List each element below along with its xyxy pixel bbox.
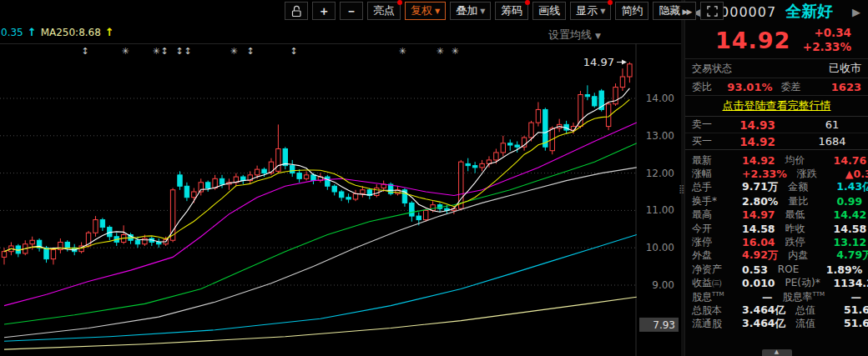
stat-label: 总值 bbox=[795, 303, 844, 318]
stat-label: 涨停 bbox=[692, 235, 742, 249]
stat-label: 涨幅 bbox=[692, 167, 742, 181]
stat-label: 昨收 bbox=[785, 222, 834, 236]
trade-status-value: 已收市 bbox=[829, 61, 861, 76]
stat-row: 涨停16.04跌停13.12 bbox=[692, 235, 861, 248]
zoom-in-button[interactable]: ＋ bbox=[312, 2, 336, 20]
stat-value: +2.33% bbox=[742, 168, 787, 180]
high-annotation: 14.97 bbox=[583, 56, 627, 68]
axis-tick-label: 11.00 bbox=[646, 204, 674, 216]
stat-value: 1134.2 bbox=[834, 277, 868, 289]
triangle-up-icon: ▲ bbox=[775, 348, 779, 355]
event-marker-icon: ↕ bbox=[184, 46, 191, 57]
stat-value: 14.97 bbox=[742, 208, 775, 221]
stat-row: 净资产0.53ROE1.89% bbox=[692, 263, 861, 276]
highlight-button[interactable]: 亮点 bbox=[367, 2, 401, 20]
stat-label: 内盘 bbox=[788, 248, 836, 263]
simple-mode-button[interactable]: 简约 bbox=[615, 2, 648, 20]
plus-icon: ＋ bbox=[318, 3, 330, 19]
MA20-line bbox=[4, 123, 637, 306]
next-stock-button[interactable]: ▶ bbox=[850, 6, 863, 18]
stat-value: 51.69亿 bbox=[844, 303, 868, 318]
event-marker-icon: ✳ bbox=[398, 46, 406, 57]
stat-value: 3.464亿 bbox=[742, 317, 785, 331]
stat-row: 总手9.71万金额1.43亿 bbox=[692, 181, 861, 194]
stat-label: 收益㈢ bbox=[692, 276, 742, 290]
stat-value: 14.58 bbox=[742, 223, 775, 235]
collapse-drawer-button[interactable]: ▲ bbox=[762, 349, 792, 356]
stat-value: 1.43亿 bbox=[836, 180, 868, 194]
chips-button[interactable]: 筹码 bbox=[495, 2, 528, 20]
stat-label: 最低 bbox=[785, 208, 834, 222]
event-marker-icon: ✳ bbox=[121, 46, 129, 57]
chevron-down-icon: ▼ bbox=[435, 8, 440, 15]
lock-button[interactable] bbox=[285, 2, 308, 20]
axis-tick-label: 13.00 bbox=[646, 130, 674, 142]
weicha-label: 委差 bbox=[781, 80, 801, 94]
stat-value: ▲0.34 bbox=[845, 168, 868, 180]
zoom-out-button[interactable]: － bbox=[340, 2, 363, 20]
stat-label: 总股本 bbox=[692, 303, 742, 318]
ask-row: 卖一 14.93 61 bbox=[685, 117, 868, 133]
weibi-row: 委比 93.01% 委差 1623 bbox=[685, 78, 868, 95]
price-change-pct: +2.33% bbox=[803, 40, 851, 53]
ma-value-labels: 0.35 ↑ MA250:8.68 ↑ bbox=[1, 26, 114, 38]
draw-line-button[interactable]: 画线 bbox=[532, 2, 566, 20]
red-dot-badge bbox=[608, 0, 613, 5]
open-padlock-icon bbox=[291, 5, 302, 18]
fullscreen-button[interactable] bbox=[700, 2, 724, 20]
ask-volume: 61 bbox=[803, 118, 861, 131]
stat-value: 4.79万 bbox=[836, 248, 868, 263]
candlestick-chart[interactable]: 14.0013.0012.0011.0010.009.007.93↕✳✳↕↕↕✳… bbox=[0, 43, 681, 356]
display-button[interactable]: 显示▼ bbox=[570, 2, 611, 20]
stat-label: 净资产 bbox=[692, 263, 742, 277]
ma-settings-button[interactable]: 设置均线▼ bbox=[548, 28, 601, 43]
last-price: 14.92 bbox=[715, 28, 790, 53]
overlay-button[interactable]: 叠加▼ bbox=[450, 2, 491, 20]
chevron-down-icon: ▼ bbox=[480, 8, 485, 15]
price-change: +0.34 bbox=[814, 26, 851, 39]
double-arrow-right-icon: ▶▶ bbox=[682, 8, 690, 16]
stat-row: 今开14.58昨收14.58 bbox=[692, 222, 861, 235]
stat-value: 14.76 bbox=[834, 154, 867, 167]
event-marker-icon: ↕ bbox=[175, 46, 183, 57]
trade-status-label: 交易状态 bbox=[692, 62, 732, 76]
MA60-line bbox=[4, 168, 637, 338]
login-link[interactable]: 点击登陆查看完整行情 bbox=[723, 98, 831, 113]
order-book: 卖一 14.93 61 买一 14.92 1684 bbox=[685, 116, 868, 150]
stat-value: 4.92万 bbox=[742, 248, 778, 263]
stat-label: 总手 bbox=[692, 180, 742, 194]
stat-row: 换手*2.80%量比0.99 bbox=[692, 194, 861, 208]
adjust-button[interactable]: 复权▼ bbox=[405, 2, 446, 20]
event-marker-icon: ✳ bbox=[152, 46, 159, 57]
event-marker-icon: ↕ bbox=[246, 46, 254, 57]
stat-row: 总股本3.464亿总值51.69亿 bbox=[692, 303, 861, 317]
stat-value: 0.99 bbox=[836, 195, 862, 208]
axis-tick-label: 9.00 bbox=[652, 279, 674, 291]
bid-volume: 1684 bbox=[803, 135, 861, 148]
ask-label: 卖一 bbox=[692, 118, 712, 132]
minus-icon: － bbox=[346, 3, 357, 19]
expand-icon bbox=[707, 6, 718, 17]
stat-label: 涨跌 bbox=[797, 167, 845, 181]
stat-label: PE(动)* bbox=[785, 276, 834, 290]
hide-button[interactable]: 隐藏▶▶ bbox=[653, 2, 696, 20]
red-dot-badge bbox=[525, 0, 530, 5]
ask-price: 14.93 bbox=[712, 118, 803, 132]
stat-label: 最高 bbox=[692, 208, 742, 222]
stat-row: 涨幅+2.33%涨跌▲0.34 bbox=[692, 167, 861, 180]
event-marker-icon: ↕ bbox=[290, 46, 297, 57]
event-markers: ↕✳✳↕↕↕✳↕↕✳✳✳ bbox=[81, 46, 458, 57]
stat-value: 3.464亿 bbox=[742, 303, 785, 318]
stat-value: — bbox=[831, 291, 862, 303]
stat-value: 1.89% bbox=[826, 263, 862, 276]
event-marker-icon: ↕ bbox=[160, 46, 168, 57]
stat-value: 14.42 bbox=[834, 208, 867, 221]
stat-row: 流通股3.464亿流值51.69亿 bbox=[692, 318, 861, 331]
axis-box-label: 7.93 bbox=[639, 318, 679, 332]
MA250-line bbox=[4, 297, 637, 349]
stat-label: 外盘 bbox=[692, 248, 742, 263]
stat-label: 流通股 bbox=[692, 317, 742, 331]
stat-row: 股息TTM—股息率TTM— bbox=[692, 290, 861, 303]
stat-label: 换手* bbox=[692, 194, 742, 208]
quote-panel: ◀ 000007 全新好 ▶ 14.92 +0.34 +2.33% 交易状态 已… bbox=[684, 0, 868, 356]
